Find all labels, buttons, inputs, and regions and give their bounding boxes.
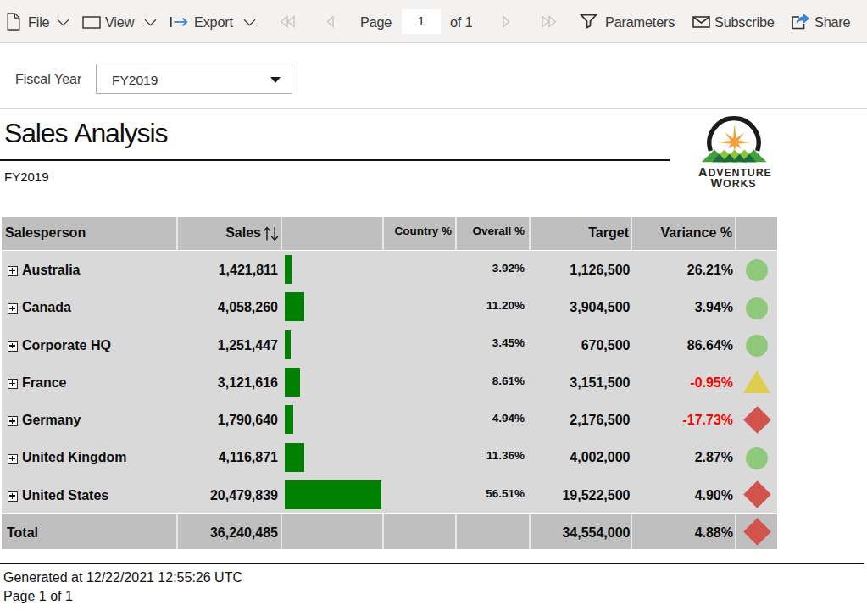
svg-text:WORKS: WORKS [711, 176, 757, 190]
svg-text:ADVENTURE: ADVENTURE [698, 165, 772, 179]
